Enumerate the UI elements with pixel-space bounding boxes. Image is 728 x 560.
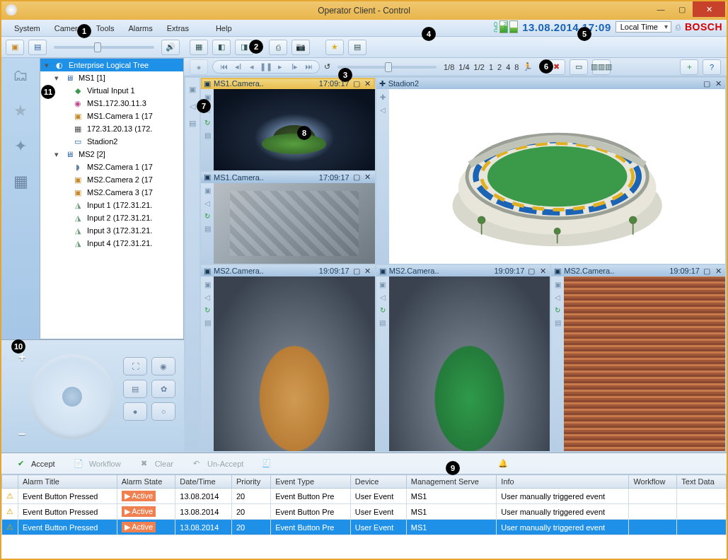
tree-item[interactable]: ◮Input 2 (172.31.21. xyxy=(40,211,183,224)
record-button[interactable]: ● xyxy=(190,59,208,75)
tree-item[interactable]: ▣MS2.Camera 3 (17 xyxy=(40,186,183,199)
pause-button[interactable]: ❚❚ xyxy=(260,62,272,71)
workflow-button[interactable]: 📄Workflow xyxy=(67,455,125,472)
pane-max-button[interactable]: ▢ xyxy=(352,79,361,88)
layout-bar-icon[interactable]: ▥▥▥ xyxy=(592,59,611,75)
snapshot-button[interactable]: 📷 xyxy=(291,40,310,55)
menu-tools[interactable]: Tools xyxy=(89,22,122,35)
single-view-button[interactable]: ▭ xyxy=(570,59,588,75)
side-film-icon[interactable]: ▤ xyxy=(202,130,212,140)
strip-cam-icon[interactable]: ▣ xyxy=(187,83,198,95)
tab-compass-icon[interactable]: ✦ xyxy=(8,136,33,157)
favorite-button[interactable]: ★ xyxy=(325,40,344,55)
accept-button[interactable]: ✔Accept xyxy=(8,455,59,472)
film-icon[interactable]: ▤ xyxy=(28,40,47,55)
pane-close-button[interactable]: ✕ xyxy=(538,267,547,276)
bell-button[interactable]: 🔔 xyxy=(491,455,515,472)
menu-help[interactable]: Help xyxy=(209,22,239,35)
menu-alarms[interactable]: Alarms xyxy=(122,22,160,35)
print-icon[interactable]: ⎙ xyxy=(676,23,681,31)
goto-end-button[interactable]: ⏭ xyxy=(302,62,315,71)
tree-item[interactable]: ▣MS1.Camera 1 (17 xyxy=(40,110,183,122)
col-mgmtserver[interactable]: Management Serve xyxy=(406,475,497,489)
col-device[interactable]: Device xyxy=(350,475,406,489)
ptz-preset-2[interactable]: ◉ xyxy=(151,357,175,375)
alarm-doc-button[interactable]: 🧾 xyxy=(255,455,279,472)
ptz-zoom-out[interactable]: – xyxy=(18,426,25,441)
add-pane-button[interactable]: ＋ xyxy=(680,59,698,75)
camera-pane-6[interactable]: ▣MS2.Camera..19:09:17▢✕ ▣◁↻▤ xyxy=(551,265,725,451)
menu-extras[interactable]: Extras xyxy=(160,22,196,35)
camera-pane-5[interactable]: ▣MS2.Camera..19:09:17▢✕ ▣◁↻▤ xyxy=(376,265,550,451)
alarm-table[interactable]: Alarm Title Alarm State Date/Time Priori… xyxy=(1,474,727,535)
alarm-row[interactable]: ⚠ Event Button Pressed ▶ Active 13.08.20… xyxy=(2,489,727,504)
layout-1-icon[interactable]: ▦ xyxy=(190,40,208,55)
camera-pane-1[interactable]: ▣ MS1.Camera.. 17:09:17 ▢ ✕ ▣ ◁ ↻ ▤ xyxy=(201,78,375,170)
pane-max-button[interactable]: ▢ xyxy=(352,267,361,276)
tree-item[interactable]: ◮Input 1 (172.31.21. xyxy=(40,199,183,211)
minimize-button[interactable]: — xyxy=(650,1,671,17)
loop-icon[interactable]: ↺ xyxy=(324,62,330,71)
side-replay-icon[interactable]: ↻ xyxy=(202,117,212,127)
menu-system[interactable]: System xyxy=(7,22,47,35)
help-button[interactable]: ? xyxy=(703,59,721,75)
step-back-button[interactable]: ◂Ⅰ xyxy=(231,62,244,71)
pane-close-button[interactable]: ✕ xyxy=(364,173,372,182)
tree-node-ms1[interactable]: ▾🖥 MS1 [1] xyxy=(40,71,183,84)
run-icon[interactable]: 🏃 xyxy=(523,62,533,71)
col-priority[interactable]: Priority xyxy=(231,475,270,489)
timezone-select[interactable]: Local Time xyxy=(616,21,671,33)
camera-pane-2[interactable]: ✚ Stadion2 ▢ ✕ ✚◁ xyxy=(376,78,725,264)
tab-tree-icon[interactable]: 🗂 xyxy=(8,65,33,86)
zoom-slider[interactable] xyxy=(54,46,154,49)
step-fwd-button[interactable]: Ⅰ▸ xyxy=(288,62,301,71)
camera-pane-3[interactable]: ▣ MS1.Camera.. 17:09:17 ▢ ✕ ▣◁↻▤ xyxy=(201,172,375,264)
tree-item[interactable]: ◮Input 4 (172.31.21. xyxy=(40,237,183,250)
tree-item[interactable]: ◉MS1.172.30.11.3 xyxy=(40,97,183,110)
col-datetime[interactable]: Date/Time xyxy=(175,475,232,489)
tab-grid-icon[interactable]: ▦ xyxy=(8,171,33,192)
goto-start-button[interactable]: ⏮ xyxy=(217,62,230,71)
col-state[interactable]: Alarm State xyxy=(117,475,175,489)
col-eventtype[interactable]: Event Type xyxy=(271,475,351,489)
clear-button[interactable]: ✖Clear xyxy=(132,455,178,472)
close-button[interactable]: ✕ xyxy=(693,1,725,17)
tree-item[interactable]: ▦172.31.20.13 (172. xyxy=(40,122,183,135)
pane-max-button[interactable]: ▢ xyxy=(703,267,711,276)
logical-tree[interactable]: ▾◐ Enterprise Logical Tree ▾🖥 MS1 [1] ◆V… xyxy=(40,58,184,339)
speaker-icon[interactable]: 🔊 xyxy=(161,40,180,55)
ptz-preset-6[interactable]: ○ xyxy=(151,402,175,421)
tree-item[interactable]: ▭Stadion2 xyxy=(40,135,183,148)
col-textdata[interactable]: Text Data xyxy=(677,475,727,489)
ptz-preset-3[interactable]: ▤ xyxy=(123,380,147,398)
pane-max-button[interactable]: ▢ xyxy=(352,173,361,182)
col-workflow[interactable]: Workflow xyxy=(629,475,677,489)
ptz-joystick[interactable] xyxy=(30,354,115,439)
play-button[interactable]: ▸ xyxy=(274,62,287,71)
sequence-button[interactable]: ▤ xyxy=(348,40,366,55)
pane-close-button[interactable]: ✕ xyxy=(364,79,372,88)
play-back-button[interactable]: ◂ xyxy=(245,62,258,71)
tree-item[interactable]: ◮Input 3 (172.31.21. xyxy=(40,224,183,237)
ptz-preset-4[interactable]: ✿ xyxy=(151,380,175,398)
pane-max-button[interactable]: ▢ xyxy=(527,267,536,276)
alarm-row[interactable]: ⚠ Event Button Pressed ▶ Active 13.08.20… xyxy=(2,504,727,520)
tree-item[interactable]: ◗MS2.Camera 1 (17 xyxy=(40,161,183,173)
tree-node-ms2[interactable]: ▾🖥 MS2 [2] xyxy=(40,148,183,161)
layout-2-icon[interactable]: ◧ xyxy=(212,40,231,55)
alarm-row[interactable]: ⚠ Event Button Pressed ▶ Active 13.08.20… xyxy=(2,520,727,535)
pane-max-button[interactable]: ▢ xyxy=(703,79,711,88)
pane-close-button[interactable]: ✕ xyxy=(714,79,722,88)
maximize-button[interactable]: ▢ xyxy=(671,1,693,17)
tree-item[interactable]: ▣MS2.Camera 2 (17 xyxy=(40,173,183,186)
print-button[interactable]: ⎙ xyxy=(269,40,287,55)
pane-close-button[interactable]: ✕ xyxy=(364,267,372,276)
tree-root[interactable]: ▾◐ Enterprise Logical Tree xyxy=(40,59,183,71)
ptz-preset-1[interactable]: ⛶ xyxy=(123,357,147,375)
camera-icon[interactable]: ▣ xyxy=(6,40,24,55)
tree-item[interactable]: ◆Virtual Input 1 xyxy=(40,84,183,97)
speed-slider[interactable] xyxy=(337,66,437,69)
col-title[interactable]: Alarm Title xyxy=(18,475,117,489)
camera-pane-4[interactable]: ▣MS2.Camera..19:09:17▢✕ ▣◁↻▤ xyxy=(201,265,375,451)
ptz-preset-5[interactable]: ● xyxy=(123,402,147,421)
